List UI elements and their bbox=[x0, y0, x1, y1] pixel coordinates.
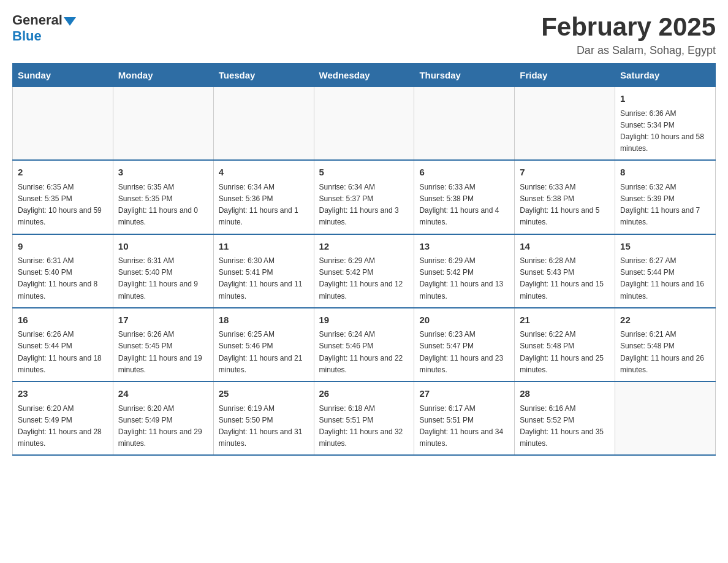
header-day-friday: Friday bbox=[515, 64, 615, 87]
day-info-line: Daylight: 10 hours and 59 minutes. bbox=[18, 205, 108, 228]
day-info-line: Daylight: 11 hours and 28 minutes. bbox=[18, 426, 108, 450]
day-info-line: Sunrise: 6:23 AM bbox=[419, 329, 509, 340]
day-info-line: Sunrise: 6:33 AM bbox=[520, 182, 610, 193]
logo-triangle-icon bbox=[64, 17, 76, 26]
calendar-cell: 7Sunrise: 6:33 AMSunset: 5:38 PMDaylight… bbox=[515, 160, 615, 234]
day-info-line: Daylight: 11 hours and 26 minutes. bbox=[620, 353, 710, 376]
day-info-line: Sunset: 5:47 PM bbox=[419, 340, 509, 352]
day-info-line: Sunset: 5:51 PM bbox=[319, 415, 409, 426]
calendar-cell: 14Sunrise: 6:28 AMSunset: 5:43 PMDayligh… bbox=[515, 234, 615, 308]
page-header: General Blue February 2025 Dar as Salam,… bbox=[12, 12, 716, 57]
day-number: 18 bbox=[219, 313, 309, 327]
calendar-cell: 13Sunrise: 6:29 AMSunset: 5:42 PMDayligh… bbox=[414, 234, 515, 308]
day-number: 7 bbox=[520, 166, 610, 180]
day-info-line: Daylight: 11 hours and 25 minutes. bbox=[520, 353, 610, 376]
day-info-line: Sunrise: 6:35 AM bbox=[118, 182, 208, 193]
header-day-wednesday: Wednesday bbox=[314, 64, 414, 87]
day-number: 23 bbox=[18, 387, 108, 401]
calendar-cell: 9Sunrise: 6:31 AMSunset: 5:40 PMDaylight… bbox=[13, 234, 113, 308]
day-info-line: Sunrise: 6:19 AM bbox=[219, 403, 309, 415]
day-info-line: Sunrise: 6:20 AM bbox=[118, 403, 208, 415]
day-info-line: Daylight: 11 hours and 15 minutes. bbox=[520, 278, 610, 302]
calendar-header: SundayMondayTuesdayWednesdayThursdayFrid… bbox=[13, 64, 716, 87]
day-number: 4 bbox=[219, 166, 309, 180]
header-day-tuesday: Tuesday bbox=[213, 64, 314, 87]
day-info-line: Daylight: 11 hours and 5 minutes. bbox=[520, 205, 610, 228]
calendar-cell: 26Sunrise: 6:18 AMSunset: 5:51 PMDayligh… bbox=[314, 381, 414, 455]
day-info-line: Sunrise: 6:18 AM bbox=[319, 403, 409, 415]
day-info-line: Daylight: 11 hours and 34 minutes. bbox=[419, 426, 509, 450]
day-info-line: Daylight: 11 hours and 31 minutes. bbox=[219, 426, 309, 450]
day-info-line: Sunset: 5:46 PM bbox=[219, 340, 309, 352]
calendar-cell bbox=[13, 87, 113, 161]
day-info-line: Sunrise: 6:34 AM bbox=[219, 182, 309, 193]
day-info-line: Daylight: 11 hours and 18 minutes. bbox=[18, 353, 108, 376]
day-info-line: Sunset: 5:49 PM bbox=[18, 415, 108, 426]
day-number: 13 bbox=[419, 240, 509, 254]
calendar-cell bbox=[515, 87, 615, 161]
calendar-cell bbox=[113, 87, 213, 161]
calendar-cell: 5Sunrise: 6:34 AMSunset: 5:37 PMDaylight… bbox=[314, 160, 414, 234]
day-number: 26 bbox=[319, 387, 409, 401]
day-number: 8 bbox=[620, 166, 710, 180]
day-info-line: Sunset: 5:38 PM bbox=[520, 193, 610, 205]
calendar-cell: 6Sunrise: 6:33 AMSunset: 5:38 PMDaylight… bbox=[414, 160, 515, 234]
calendar-cell: 28Sunrise: 6:16 AMSunset: 5:52 PMDayligh… bbox=[515, 381, 615, 455]
day-number: 11 bbox=[219, 240, 309, 254]
day-info-line: Daylight: 11 hours and 13 minutes. bbox=[419, 278, 509, 302]
day-info-line: Sunrise: 6:28 AM bbox=[520, 255, 610, 267]
calendar-cell: 25Sunrise: 6:19 AMSunset: 5:50 PMDayligh… bbox=[213, 381, 314, 455]
calendar-cell: 27Sunrise: 6:17 AMSunset: 5:51 PMDayligh… bbox=[414, 381, 515, 455]
day-info-line: Sunset: 5:34 PM bbox=[620, 120, 710, 131]
day-info-line: Sunrise: 6:20 AM bbox=[18, 403, 108, 415]
calendar-cell: 23Sunrise: 6:20 AMSunset: 5:49 PMDayligh… bbox=[13, 381, 113, 455]
day-number: 16 bbox=[18, 313, 108, 327]
calendar-cell: 1Sunrise: 6:36 AMSunset: 5:34 PMDaylight… bbox=[615, 87, 716, 161]
day-info-line: Daylight: 11 hours and 21 minutes. bbox=[219, 353, 309, 376]
month-title: February 2025 bbox=[541, 12, 716, 42]
day-info-line: Sunset: 5:49 PM bbox=[118, 415, 208, 426]
calendar-cell: 18Sunrise: 6:25 AMSunset: 5:46 PMDayligh… bbox=[213, 308, 314, 381]
day-info-line: Daylight: 11 hours and 7 minutes. bbox=[620, 205, 710, 228]
calendar-cell: 19Sunrise: 6:24 AMSunset: 5:46 PMDayligh… bbox=[314, 308, 414, 381]
day-info-line: Sunset: 5:42 PM bbox=[419, 267, 509, 278]
day-info-line: Daylight: 11 hours and 23 minutes. bbox=[419, 353, 509, 376]
header-day-thursday: Thursday bbox=[414, 64, 515, 87]
calendar-cell bbox=[213, 87, 314, 161]
day-info-line: Sunset: 5:52 PM bbox=[520, 415, 610, 426]
week-row-1: 1Sunrise: 6:36 AMSunset: 5:34 PMDaylight… bbox=[13, 87, 716, 161]
calendar-cell: 22Sunrise: 6:21 AMSunset: 5:48 PMDayligh… bbox=[615, 308, 716, 381]
calendar-cell: 2Sunrise: 6:35 AMSunset: 5:35 PMDaylight… bbox=[13, 160, 113, 234]
day-info-line: Sunset: 5:36 PM bbox=[219, 193, 309, 205]
calendar-table: SundayMondayTuesdayWednesdayThursdayFrid… bbox=[12, 63, 716, 456]
day-number: 27 bbox=[419, 387, 509, 401]
day-number: 19 bbox=[319, 313, 409, 327]
day-info-line: Sunset: 5:50 PM bbox=[219, 415, 309, 426]
calendar-body: 1Sunrise: 6:36 AMSunset: 5:34 PMDaylight… bbox=[13, 87, 716, 456]
day-info-line: Sunrise: 6:26 AM bbox=[118, 329, 208, 340]
calendar-cell: 16Sunrise: 6:26 AMSunset: 5:44 PMDayligh… bbox=[13, 308, 113, 381]
day-info-line: Sunrise: 6:27 AM bbox=[620, 255, 710, 267]
day-number: 28 bbox=[520, 387, 610, 401]
day-info-line: Sunset: 5:44 PM bbox=[18, 340, 108, 352]
header-row: SundayMondayTuesdayWednesdayThursdayFrid… bbox=[13, 64, 716, 87]
calendar-cell: 24Sunrise: 6:20 AMSunset: 5:49 PMDayligh… bbox=[113, 381, 213, 455]
day-info-line: Sunrise: 6:26 AM bbox=[18, 329, 108, 340]
day-number: 10 bbox=[118, 240, 208, 254]
logo: General Blue bbox=[12, 12, 76, 44]
day-number: 5 bbox=[319, 166, 409, 180]
day-info-line: Sunrise: 6:35 AM bbox=[18, 182, 108, 193]
header-day-sunday: Sunday bbox=[13, 64, 113, 87]
calendar-cell bbox=[314, 87, 414, 161]
day-info-line: Sunset: 5:39 PM bbox=[620, 193, 710, 205]
day-info-line: Daylight: 11 hours and 4 minutes. bbox=[419, 205, 509, 228]
calendar-cell: 3Sunrise: 6:35 AMSunset: 5:35 PMDaylight… bbox=[113, 160, 213, 234]
day-info-line: Sunset: 5:48 PM bbox=[520, 340, 610, 352]
calendar-cell: 21Sunrise: 6:22 AMSunset: 5:48 PMDayligh… bbox=[515, 308, 615, 381]
calendar-cell: 17Sunrise: 6:26 AMSunset: 5:45 PMDayligh… bbox=[113, 308, 213, 381]
day-info-line: Sunset: 5:51 PM bbox=[419, 415, 509, 426]
day-info-line: Daylight: 11 hours and 0 minutes. bbox=[118, 205, 208, 228]
day-info-line: Sunrise: 6:21 AM bbox=[620, 329, 710, 340]
day-info-line: Daylight: 11 hours and 11 minutes. bbox=[219, 278, 309, 302]
day-info-line: Sunrise: 6:22 AM bbox=[520, 329, 610, 340]
